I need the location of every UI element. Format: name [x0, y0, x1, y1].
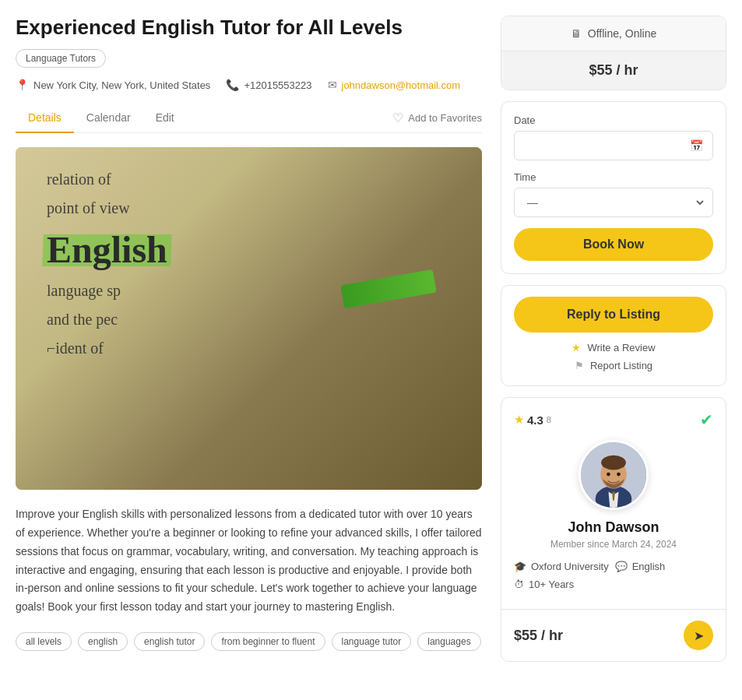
tag-all-levels[interactable]: all levels — [16, 632, 72, 651]
monitor-icon: 🖥 — [571, 27, 582, 40]
university-attr: 🎓 Oxford University — [514, 561, 609, 572]
meta-row: 📍 New York City, New York, United States… — [16, 79, 482, 91]
mode-price-card: 🖥 Offline, Online $55 / hr — [501, 16, 726, 90]
listing-description: Improve your English skills with persona… — [16, 505, 482, 617]
clock-icon: ⏱ — [514, 579, 524, 590]
sidebar: 🖥 Offline, Online $55 / hr Date 📅 Time — — [501, 16, 726, 673]
reply-to-listing-button[interactable]: Reply to Listing — [514, 297, 713, 332]
phone-text: +12015553223 — [244, 79, 311, 91]
verified-badge: ✔ — [700, 410, 713, 429]
listing-title: Experienced English Tutor for All Levels — [16, 16, 482, 40]
svg-point-5 — [601, 456, 626, 470]
university-text: Oxford University — [531, 561, 609, 572]
tag-english[interactable]: english — [78, 632, 128, 651]
rating-row: ★ 4.38 ✔ — [514, 410, 713, 429]
phone-icon: 📞 — [226, 79, 239, 91]
calendar-icon: 📅 — [690, 139, 703, 152]
report-listing-link[interactable]: ⚑ Report Listing — [575, 360, 652, 371]
flag-icon: ⚑ — [575, 360, 584, 371]
reply-card: Reply to Listing ★ Write a Review ⚑ Repo… — [501, 285, 726, 386]
tag-beginner-fluent[interactable]: from beginner to fluent — [211, 632, 325, 651]
tag-language-tutor[interactable]: language tutor — [332, 632, 412, 651]
write-review-label: Write a Review — [587, 342, 655, 354]
date-input[interactable]: 📅 — [514, 131, 713, 160]
mode-label: Offline, Online — [588, 27, 656, 40]
book-now-button[interactable]: Book Now — [514, 228, 713, 261]
avatar-container — [514, 440, 713, 510]
tab-details[interactable]: Details — [16, 104, 74, 133]
email-link[interactable]: johndawson@hotmail.com — [342, 79, 461, 91]
experience-text: 10+ Years — [529, 579, 574, 590]
bottom-price: $55 / hr — [514, 628, 563, 644]
star-icon: ★ — [514, 413, 524, 427]
action-links: ★ Write a Review ⚑ Report Listing — [514, 342, 713, 375]
profile-card: ★ 4.38 ✔ — [501, 397, 726, 662]
main-content: Experienced English Tutor for All Levels… — [16, 16, 482, 673]
language-attr: 💬 English — [615, 561, 666, 572]
phone-item: 📞 +12015553223 — [226, 79, 311, 91]
tab-calendar[interactable]: Calendar — [74, 104, 143, 133]
mode-bar: 🖥 Offline, Online — [501, 16, 726, 51]
profile-name: John Dawson — [514, 519, 713, 536]
time-label: Time — [514, 171, 713, 183]
experience-attr: ⏱ 10+ Years — [514, 579, 574, 590]
tag-english-tutor[interactable]: english tutor — [134, 632, 205, 651]
add-favorites-button[interactable]: ♡ Add to Favorites — [392, 111, 482, 125]
price-text: $55 / hr — [589, 62, 638, 79]
bottom-bar: $55 / hr ➤ — [501, 609, 726, 661]
time-select[interactable]: — — [524, 195, 706, 209]
email-icon: ✉ — [328, 79, 337, 91]
time-input[interactable]: — — [514, 188, 713, 217]
send-icon: ➤ — [694, 628, 704, 643]
profile-section: ★ 4.38 ✔ — [501, 398, 726, 603]
listing-image: relation of point of view English langua… — [16, 147, 482, 490]
location-icon: 📍 — [16, 79, 29, 91]
tags-row: all levels english english tutor from be… — [16, 632, 482, 651]
report-label: Report Listing — [590, 360, 652, 371]
graduation-icon: 🎓 — [514, 561, 526, 572]
tabs-row: Details Calendar Edit ♡ Add to Favorites — [16, 104, 482, 133]
category-tag[interactable]: Language Tutors — [16, 49, 482, 79]
tab-edit[interactable]: Edit — [143, 104, 187, 133]
profile-member-since: Member since March 24, 2024 — [514, 539, 713, 550]
write-review-link[interactable]: ★ Write a Review — [571, 342, 655, 354]
avatar — [578, 440, 649, 510]
rating-value: 4.3 — [527, 413, 543, 427]
send-button[interactable]: ➤ — [684, 621, 713, 650]
language-icon: 💬 — [615, 561, 628, 572]
location-text: New York City, New York, United States — [33, 79, 210, 91]
location-item: 📍 New York City, New York, United States — [16, 79, 210, 91]
profile-attributes: 🎓 Oxford University 💬 English ⏱ 10+ Year… — [514, 561, 713, 590]
date-label: Date — [514, 114, 713, 126]
booking-card: Date 📅 Time — Book Now — [501, 101, 726, 274]
tag-languages[interactable]: languages — [417, 632, 480, 651]
star-icon: ★ — [571, 342, 581, 354]
rating-stars: ★ 4.38 — [514, 413, 551, 427]
svg-point-7 — [617, 473, 621, 477]
svg-point-6 — [607, 473, 610, 477]
language-text: English — [632, 561, 666, 572]
email-item: ✉ johndawson@hotmail.com — [328, 79, 461, 91]
booking-section: Date 📅 Time — Book Now — [501, 102, 726, 273]
heart-icon: ♡ — [392, 111, 403, 125]
rating-count: 8 — [547, 415, 551, 424]
price-bar: $55 / hr — [501, 51, 726, 90]
